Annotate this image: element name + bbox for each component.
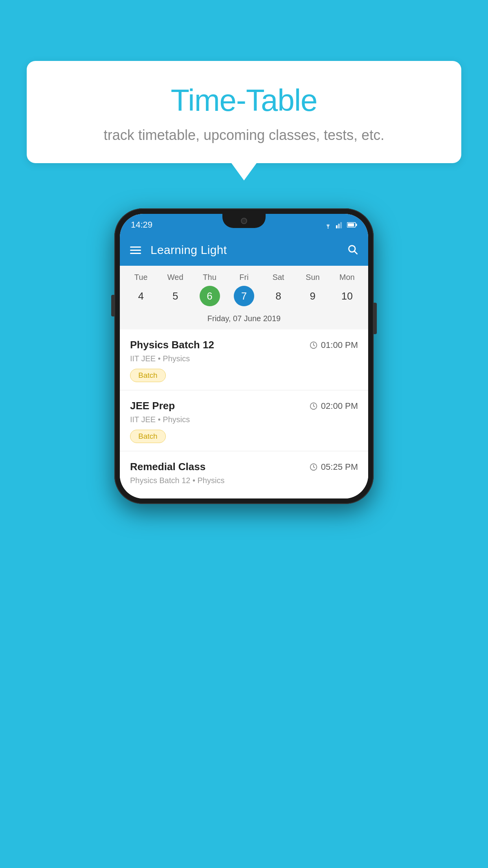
clock-icon-2 <box>309 402 318 410</box>
search-button[interactable] <box>347 244 358 256</box>
clock-icon-3 <box>309 463 318 471</box>
bubble-subtitle: track timetable, upcoming classes, tests… <box>50 127 438 143</box>
bubble-pointer <box>231 163 257 180</box>
day-header-fri: Fri <box>227 273 261 282</box>
class-meta-2: IIT JEE • Physics <box>130 415 358 424</box>
date-7-selected[interactable]: 7 <box>234 286 254 306</box>
day-header-sat: Sat <box>261 273 295 282</box>
app-bar: Learning Light <box>120 234 368 266</box>
search-icon <box>347 244 358 255</box>
class-time-1: 01:00 PM <box>309 340 358 350</box>
status-icons <box>323 221 357 228</box>
day-header-sun: Sun <box>295 273 330 282</box>
day-header-wed: Wed <box>158 273 192 282</box>
date-9[interactable]: 9 <box>303 286 323 306</box>
class-name-2: JEE Prep <box>130 400 175 412</box>
date-10[interactable]: 10 <box>337 286 357 306</box>
clock-icon-1 <box>309 341 318 349</box>
speech-bubble-section: Time-Table track timetable, upcoming cla… <box>27 61 461 180</box>
app-title: Learning Light <box>150 243 338 257</box>
svg-rect-6 <box>348 223 354 226</box>
class-time-3: 05:25 PM <box>309 462 358 472</box>
class-item-jee-prep[interactable]: JEE Prep 02:00 PM IIT JEE • Physics Batc… <box>120 390 368 451</box>
date-8[interactable]: 8 <box>268 286 288 306</box>
bubble-title: Time-Table <box>50 83 438 118</box>
phone-notch <box>222 214 266 228</box>
class-time-2: 02:00 PM <box>309 401 358 411</box>
day-header-mon: Mon <box>330 273 364 282</box>
class-time-label-1: 01:00 PM <box>321 340 358 350</box>
class-meta-1: IIT JEE • Physics <box>130 354 358 363</box>
selected-date-label: Friday, 07 June 2019 <box>124 310 364 329</box>
class-meta-3: Physics Batch 12 • Physics <box>130 476 358 485</box>
calendar-strip: Tue Wed Thu Fri Sat Sun Mon 4 5 6 7 8 9 … <box>120 266 368 329</box>
speech-bubble: Time-Table track timetable, upcoming cla… <box>27 61 461 163</box>
class-item-header-3: Remedial Class 05:25 PM <box>130 461 358 473</box>
class-name-1: Physics Batch 12 <box>130 339 214 351</box>
svg-rect-5 <box>356 224 357 226</box>
day-headers: Tue Wed Thu Fri Sat Sun Mon <box>124 273 364 282</box>
svg-rect-3 <box>340 222 342 228</box>
batch-badge-2: Batch <box>130 430 166 443</box>
class-item-header-2: JEE Prep 02:00 PM <box>130 400 358 412</box>
date-4[interactable]: 4 <box>131 286 151 306</box>
svg-point-0 <box>328 228 329 229</box>
class-time-label-2: 02:00 PM <box>321 401 358 411</box>
status-time: 14:29 <box>131 220 152 230</box>
svg-rect-1 <box>336 225 338 228</box>
batch-badge-1: Batch <box>130 369 166 382</box>
day-header-thu: Thu <box>193 273 227 282</box>
day-header-tue: Tue <box>124 273 158 282</box>
class-item-remedial[interactable]: Remedial Class 05:25 PM Physics Batch 12… <box>120 451 368 498</box>
front-camera <box>241 218 247 224</box>
phone-screen: 14:29 <box>120 214 368 498</box>
date-6-today[interactable]: 6 <box>200 286 220 306</box>
class-time-label-3: 05:25 PM <box>321 462 358 472</box>
class-item-header-1: Physics Batch 12 01:00 PM <box>130 339 358 351</box>
svg-line-8 <box>354 251 357 254</box>
day-numbers: 4 5 6 7 8 9 10 <box>124 286 364 306</box>
class-list: Physics Batch 12 01:00 PM IIT JEE • Phys… <box>120 329 368 498</box>
phone-outer-shell: 14:29 <box>114 208 374 504</box>
class-name-3: Remedial Class <box>130 461 205 473</box>
svg-rect-2 <box>338 224 340 228</box>
class-item-physics-batch-12[interactable]: Physics Batch 12 01:00 PM IIT JEE • Phys… <box>120 329 368 390</box>
signal-icon <box>336 221 344 228</box>
date-5[interactable]: 5 <box>165 286 185 306</box>
phone-mockup: 14:29 <box>114 208 374 504</box>
wifi-icon <box>323 221 333 228</box>
menu-icon[interactable] <box>130 246 141 254</box>
battery-icon <box>347 222 357 228</box>
